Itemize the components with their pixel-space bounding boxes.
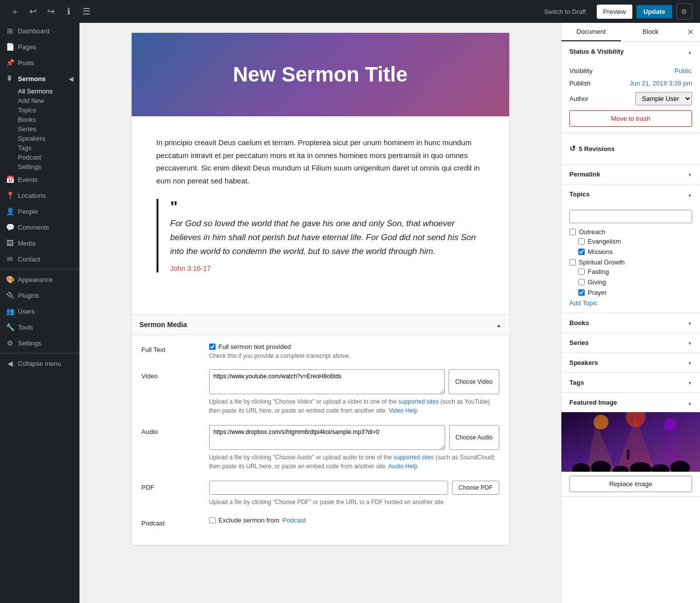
info-icon[interactable]: ℹ xyxy=(62,4,76,18)
sidebar-item-media[interactable]: 🖼 Media xyxy=(0,235,79,251)
main-layout: ⊞ Dashboard 📄 Pages 📌 Posts 🎙 Sermons ◀ … xyxy=(0,23,700,603)
podcast-link[interactable]: Podcast xyxy=(282,517,306,524)
audio-url-input[interactable]: https://www.dropbox.com/s/htgmm6rdtpi4ko… xyxy=(209,425,445,450)
topic-spiritual-growth-label[interactable]: Spiritual Growth xyxy=(569,258,692,266)
topic-outreach-checkbox[interactable] xyxy=(569,229,576,235)
topic-prayer-label[interactable]: Prayer xyxy=(578,289,692,296)
content-paragraph[interactable]: In principio creavit Deus caelum et terr… xyxy=(156,136,484,187)
video-url-input[interactable]: https://www.youtube.com/watch?v=EreoH8o6… xyxy=(209,369,445,394)
speakers-header[interactable]: Speakers xyxy=(561,353,700,372)
permalink-header[interactable]: Permalink xyxy=(561,165,700,184)
sidebar-sub-settings[interactable]: Settings xyxy=(0,162,79,172)
add-topic-link[interactable]: Add Topic xyxy=(569,299,598,307)
visibility-label: Visibility xyxy=(569,67,593,75)
settings-gear-button[interactable]: ⚙ xyxy=(676,3,692,19)
sermon-media-header[interactable]: Sermon Media xyxy=(132,315,509,335)
undo-icon[interactable]: ↩ xyxy=(26,4,40,18)
quote-text[interactable]: For God so loved the world that he gave … xyxy=(170,219,476,256)
hero-block[interactable]: New Sermon Title xyxy=(132,33,509,116)
panel-close-button[interactable]: ✕ xyxy=(680,23,700,41)
sidebar-item-pages[interactable]: 📄 Pages xyxy=(0,39,79,55)
sidebar-sub-speakers[interactable]: Speakers xyxy=(0,134,79,143)
sidebar-item-locations[interactable]: 📍 Locations xyxy=(0,187,79,203)
add-block-icon[interactable]: ＋ xyxy=(8,4,22,18)
switch-draft-button[interactable]: Switch to Draft xyxy=(538,4,593,19)
editor-area: New Sermon Title In principio creavit De… xyxy=(79,23,561,603)
video-supported-sites-link[interactable]: supported sites xyxy=(398,398,439,405)
topic-prayer: Prayer xyxy=(578,289,692,296)
redo-icon[interactable]: ↪ xyxy=(44,4,58,18)
publish-value[interactable]: Jun 21, 2019 3:39 pm xyxy=(629,80,692,87)
full-text-checkbox[interactable] xyxy=(209,344,216,350)
sidebar-sub-series[interactable]: Series xyxy=(0,124,79,134)
sidebar-item-contact[interactable]: ✉ Contact xyxy=(0,251,79,267)
topic-fasting-label[interactable]: Fasting xyxy=(578,268,692,275)
topic-spiritual-growth-checkbox[interactable] xyxy=(569,259,576,265)
sidebar-item-people[interactable]: 👤 People xyxy=(0,203,79,219)
topic-outreach-label[interactable]: Outreach xyxy=(569,228,692,236)
audio-supported-sites-link[interactable]: supported sites xyxy=(393,454,434,461)
visibility-value[interactable]: Public xyxy=(675,67,692,75)
events-icon: 📅 xyxy=(6,175,14,183)
pdf-url-input[interactable]: https://demos.churchthemes.com/jubilee/w… xyxy=(209,481,448,495)
sidebar-item-posts[interactable]: 📌 Posts xyxy=(0,55,79,71)
topics-search-input[interactable] xyxy=(569,210,692,223)
status-visibility-header[interactable]: Status & Visibility xyxy=(561,42,700,61)
sermons-icon: 🎙 xyxy=(6,75,14,83)
topic-prayer-checkbox[interactable] xyxy=(578,289,585,296)
choose-audio-button[interactable]: Choose Audio xyxy=(449,425,499,450)
sidebar-item-plugins[interactable]: 🔌 Plugins xyxy=(0,287,79,303)
tags-header[interactable]: Tags xyxy=(561,373,700,392)
topic-missions-label[interactable]: Missions xyxy=(578,248,692,256)
topic-evangelism-checkbox[interactable] xyxy=(578,238,585,245)
list-view-icon[interactable]: ☰ xyxy=(79,4,93,18)
sidebar-sub-all-sermons[interactable]: All Sermons xyxy=(0,86,79,96)
featured-image-preview[interactable] xyxy=(561,412,700,472)
replace-image-button[interactable]: Replace image xyxy=(569,476,692,492)
topic-fasting-checkbox[interactable] xyxy=(578,268,585,275)
choose-pdf-button[interactable]: Choose PDF xyxy=(452,481,499,495)
video-help-link[interactable]: Video Help xyxy=(389,407,418,414)
topic-missions-checkbox[interactable] xyxy=(578,249,585,255)
sidebar-sub-podcast[interactable]: Podcast xyxy=(0,153,79,162)
sidebar-sub-add-new[interactable]: Add New xyxy=(0,96,79,105)
move-to-trash-button[interactable]: Move to trash xyxy=(569,110,692,127)
audio-help-link[interactable]: Audio Help xyxy=(389,463,418,470)
sidebar-item-users[interactable]: 👥 Users xyxy=(0,303,79,319)
topics-header[interactable]: Topics xyxy=(561,184,700,204)
collapse-menu-button[interactable]: ◀ Collapse menu xyxy=(0,355,79,371)
editor-canvas: New Sermon Title In principio creavit De… xyxy=(132,33,509,545)
podcast-exclude-checkbox[interactable] xyxy=(209,517,216,523)
sidebar-item-comments[interactable]: 💬 Comments xyxy=(0,219,79,235)
series-header[interactable]: Series xyxy=(561,333,700,352)
sidebar-sub-tags[interactable]: Tags xyxy=(0,143,79,153)
sidebar-sub-books[interactable]: Books xyxy=(0,115,79,124)
author-select[interactable]: Sample User xyxy=(635,92,692,105)
topic-giving-checkbox[interactable] xyxy=(578,279,585,285)
sidebar-item-dashboard[interactable]: ⊞ Dashboard xyxy=(0,23,79,39)
sidebar-item-sermons[interactable]: 🎙 Sermons ◀ xyxy=(0,71,79,86)
sidebar-item-settings2[interactable]: ⚙ Settings xyxy=(0,335,79,351)
books-header[interactable]: Books xyxy=(561,313,700,333)
tab-document[interactable]: Document xyxy=(561,23,621,41)
preview-button[interactable]: Preview xyxy=(597,4,632,19)
sidebar-item-tools[interactable]: 🔧 Tools xyxy=(0,319,79,335)
topic-giving: Giving xyxy=(578,278,692,286)
full-text-checkbox-label[interactable]: Full sermon text provided xyxy=(219,343,291,350)
sidebar-item-appearance[interactable]: 🎨 Appearance xyxy=(0,271,79,287)
featured-image-toggle-icon xyxy=(688,399,692,406)
quote-reference[interactable]: John 3:16-17 xyxy=(170,264,484,272)
update-button[interactable]: Update xyxy=(636,5,672,18)
sidebar-sub-topics[interactable]: Topics xyxy=(0,105,79,115)
status-visibility-body: Visibility Public Publish Jun 21, 2019 3… xyxy=(561,61,700,133)
revisions-row[interactable]: ↺ 5 Revisions xyxy=(561,133,700,164)
publish-row: Publish Jun 21, 2019 3:39 pm xyxy=(569,80,692,87)
topic-giving-label[interactable]: Giving xyxy=(578,278,692,286)
sidebar-item-events[interactable]: 📅 Events xyxy=(0,172,79,187)
topic-evangelism-label[interactable]: Evangelism xyxy=(578,238,692,245)
featured-image-header[interactable]: Featured Image xyxy=(561,393,700,412)
choose-video-button[interactable]: Choose Video xyxy=(449,369,499,394)
blockquote-block[interactable]: " For God so loved the world that he gav… xyxy=(156,199,484,272)
tab-block[interactable]: Block xyxy=(621,23,681,41)
sermon-title[interactable]: New Sermon Title xyxy=(152,63,489,86)
